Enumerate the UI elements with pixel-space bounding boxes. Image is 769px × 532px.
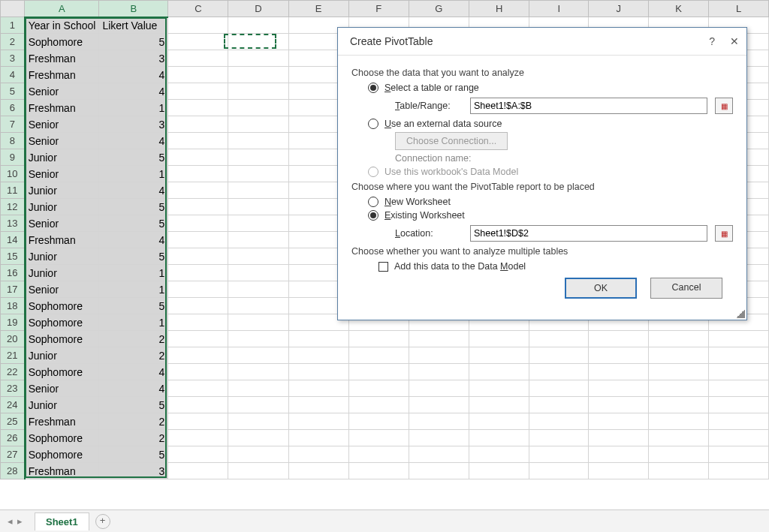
help-icon[interactable]: ?	[709, 35, 715, 47]
cell-F21[interactable]	[348, 347, 409, 364]
cell-H22[interactable]	[469, 364, 529, 380]
ok-button[interactable]: OK	[565, 278, 637, 299]
cell-D6[interactable]	[228, 100, 288, 116]
row-header-23[interactable]: 23	[1, 380, 25, 397]
cell-A26[interactable]: Sophomore	[25, 430, 99, 446]
cell-A9[interactable]: Junior	[25, 149, 99, 166]
cell-C23[interactable]	[168, 380, 228, 397]
cell-D24[interactable]	[228, 397, 288, 413]
cell-A28[interactable]: Freshman	[25, 463, 99, 479]
row-header-25[interactable]: 25	[1, 413, 25, 430]
cell-C8[interactable]	[168, 133, 228, 149]
cell-J20[interactable]	[589, 331, 649, 347]
column-header-B[interactable]: B	[99, 1, 168, 17]
cell-C24[interactable]	[168, 397, 228, 413]
cell-A18[interactable]: Sophomore	[25, 298, 99, 314]
row-header-27[interactable]: 27	[1, 446, 25, 463]
cell-B19[interactable]: 1	[99, 314, 168, 331]
column-header-K[interactable]: K	[649, 1, 709, 17]
cell-D16[interactable]	[228, 265, 288, 281]
cell-B13[interactable]: 5	[99, 215, 168, 232]
cell-C22[interactable]	[168, 364, 228, 380]
radio-external-source-label[interactable]: Use an external data source	[384, 119, 502, 129]
cell-G20[interactable]	[409, 331, 469, 347]
cell-C16[interactable]	[168, 265, 228, 281]
cell-D25[interactable]	[228, 413, 288, 430]
cell-A11[interactable]: Junior	[25, 182, 99, 199]
select-all-corner[interactable]	[1, 1, 25, 17]
cell-I24[interactable]	[529, 397, 589, 413]
cell-C10[interactable]	[168, 166, 228, 182]
row-header-2[interactable]: 2	[1, 34, 25, 50]
cell-D23[interactable]	[228, 380, 288, 397]
cell-H23[interactable]	[469, 380, 529, 397]
cell-A19[interactable]: Sophomore	[25, 314, 99, 331]
cell-K21[interactable]	[649, 347, 709, 364]
column-header-H[interactable]: H	[469, 1, 529, 17]
row-header-12[interactable]: 12	[1, 199, 25, 215]
sheet-tab-active[interactable]: Sheet1	[35, 512, 89, 530]
sheet-nav-next-icon[interactable]: ▸	[17, 515, 23, 527]
row-header-1[interactable]: 1	[1, 17, 25, 34]
cell-B20[interactable]: 2	[99, 331, 168, 347]
location-picker-icon[interactable]: ▦	[715, 225, 733, 242]
cell-I25[interactable]	[529, 413, 589, 430]
cell-F23[interactable]	[348, 380, 409, 397]
cell-J27[interactable]	[589, 446, 649, 463]
cell-H25[interactable]	[469, 413, 529, 430]
cell-D27[interactable]	[228, 446, 288, 463]
cell-F27[interactable]	[348, 446, 409, 463]
row-header-9[interactable]: 9	[1, 149, 25, 166]
cell-L24[interactable]	[709, 397, 769, 413]
cell-B4[interactable]: 4	[99, 67, 168, 83]
cell-B24[interactable]: 5	[99, 397, 168, 413]
row-header-21[interactable]: 21	[1, 347, 25, 364]
cell-H24[interactable]	[469, 397, 529, 413]
cell-D22[interactable]	[228, 364, 288, 380]
cell-D12[interactable]	[228, 199, 288, 215]
cell-G28[interactable]	[409, 463, 469, 479]
row-header-13[interactable]: 13	[1, 215, 25, 232]
cell-L28[interactable]	[709, 463, 769, 479]
cell-L26[interactable]	[709, 430, 769, 446]
cell-B22[interactable]: 4	[99, 364, 168, 380]
cell-I26[interactable]	[529, 430, 589, 446]
cell-A4[interactable]: Freshman	[25, 67, 99, 83]
cell-F20[interactable]	[348, 331, 409, 347]
checkbox-add-data-model[interactable]	[378, 262, 388, 272]
cell-F28[interactable]	[348, 463, 409, 479]
column-header-C[interactable]: C	[168, 1, 228, 17]
cell-B9[interactable]: 5	[99, 149, 168, 166]
radio-select-range-label[interactable]: Select a table or range	[384, 83, 479, 93]
cell-D3[interactable]	[228, 50, 288, 67]
cell-D14[interactable]	[228, 232, 288, 248]
column-header-F[interactable]: F	[348, 1, 409, 17]
row-header-6[interactable]: 6	[1, 100, 25, 116]
cell-D17[interactable]	[228, 281, 288, 298]
cell-K20[interactable]	[649, 331, 709, 347]
cell-A2[interactable]: Sophomore	[25, 34, 99, 50]
cell-G27[interactable]	[409, 446, 469, 463]
cell-J26[interactable]	[589, 430, 649, 446]
cell-D7[interactable]	[228, 116, 288, 133]
column-header-A[interactable]: A	[25, 1, 99, 17]
cell-B25[interactable]: 2	[99, 413, 168, 430]
cell-D20[interactable]	[228, 331, 288, 347]
cell-A23[interactable]: Senior	[25, 380, 99, 397]
cell-E23[interactable]	[288, 380, 348, 397]
sheet-nav-prev-icon[interactable]: ◂	[8, 515, 13, 527]
cell-C7[interactable]	[168, 116, 228, 133]
cell-B28[interactable]: 3	[99, 463, 168, 479]
cell-J21[interactable]	[589, 347, 649, 364]
cell-L27[interactable]	[709, 446, 769, 463]
sheet-nav-arrows[interactable]: ◂ ▸	[8, 515, 23, 527]
cell-F25[interactable]	[348, 413, 409, 430]
cell-F22[interactable]	[348, 364, 409, 380]
cell-H26[interactable]	[469, 430, 529, 446]
cell-A15[interactable]: Junior	[25, 248, 99, 265]
cell-C3[interactable]	[168, 50, 228, 67]
cell-C27[interactable]	[168, 446, 228, 463]
row-header-15[interactable]: 15	[1, 248, 25, 265]
table-range-input[interactable]	[470, 98, 707, 114]
cell-H27[interactable]	[469, 446, 529, 463]
